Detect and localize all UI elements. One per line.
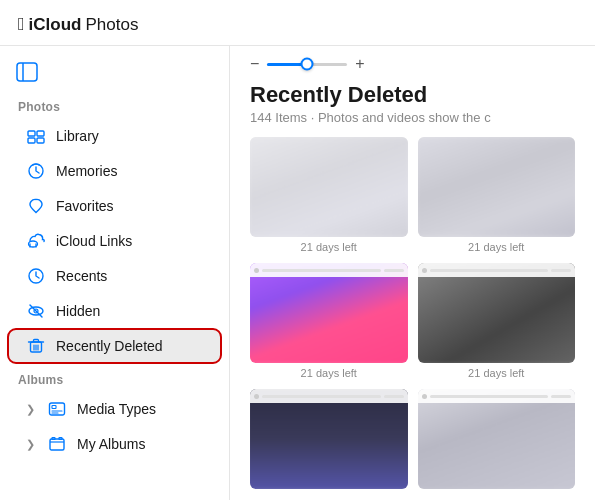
- photo-caption-2: 21 days left: [468, 241, 524, 253]
- my-albums-label: My Albums: [77, 436, 203, 452]
- favorites-icon: [26, 196, 46, 216]
- main-layout: Photos Library Memor: [0, 46, 595, 500]
- zoom-slider-thumb: [301, 58, 314, 71]
- hidden-icon: [26, 301, 46, 321]
- item-count: 144 Items: [250, 110, 307, 125]
- photo-cell-2[interactable]: 21 days left: [418, 137, 576, 253]
- sidebar-item-my-albums[interactable]: ❯ My Albums: [8, 427, 221, 461]
- photo-thumb-3: [250, 263, 408, 363]
- sidebar-item-recently-deleted[interactable]: Recently Deleted: [8, 329, 221, 363]
- photo-grid: 21 days left 21 days left 21: [230, 137, 595, 500]
- my-albums-icon: [47, 434, 67, 454]
- photo-caption-1: 21 days left: [301, 241, 357, 253]
- media-types-chevron: ❯: [26, 403, 35, 416]
- thumb-bar-5: [250, 389, 408, 403]
- photo-cell-5[interactable]: [250, 389, 408, 493]
- content-title: Recently Deleted: [230, 78, 595, 110]
- content-subtitle: 144 Items · Photos and videos show the c: [230, 110, 595, 137]
- sidebar-toggle-area[interactable]: [0, 58, 229, 96]
- subtitle-desc: Photos and videos show the c: [318, 110, 491, 125]
- app-header:  iCloud Photos: [0, 0, 595, 46]
- photo-thumb-5: [250, 389, 408, 489]
- sidebar-item-icloud-links[interactable]: iCloud Links: [8, 224, 221, 258]
- sidebar-item-hidden[interactable]: Hidden: [8, 294, 221, 328]
- icloud-links-icon: [26, 231, 46, 251]
- svg-rect-5: [37, 138, 44, 143]
- zoom-slider[interactable]: [267, 63, 347, 66]
- app-logo:  iCloud Photos: [18, 14, 138, 35]
- sidebar: Photos Library Memor: [0, 46, 230, 500]
- content-area: − + Recently Deleted 144 Items · Photos …: [230, 46, 595, 500]
- photo-cell-1[interactable]: 21 days left: [250, 137, 408, 253]
- photos-label: Photos: [85, 15, 138, 35]
- hidden-label: Hidden: [56, 303, 203, 319]
- recently-deleted-label: Recently Deleted: [56, 338, 203, 354]
- sidebar-item-favorites[interactable]: Favorites: [8, 189, 221, 223]
- media-types-icon: [47, 399, 67, 419]
- photo-thumb-4: [418, 263, 576, 363]
- photo-caption-3: 21 days left: [301, 367, 357, 379]
- photo-caption-4: 21 days left: [468, 367, 524, 379]
- thumb-bar-4: [418, 263, 576, 277]
- photo-cell-3[interactable]: 21 days left: [250, 263, 408, 379]
- svg-rect-3: [37, 131, 44, 136]
- photos-section-label: Photos: [0, 96, 229, 118]
- svg-rect-4: [28, 138, 35, 143]
- sidebar-item-media-types[interactable]: ❯ Media Types: [8, 392, 221, 426]
- zoom-plus-button[interactable]: +: [355, 56, 364, 72]
- svg-rect-0: [17, 63, 37, 81]
- memories-label: Memories: [56, 163, 203, 179]
- subtitle-separator: ·: [311, 110, 318, 125]
- library-label: Library: [56, 128, 203, 144]
- photo-thumb-1: [250, 137, 408, 237]
- svg-rect-2: [28, 131, 35, 136]
- favorites-label: Favorites: [56, 198, 203, 214]
- photo-cell-6[interactable]: [418, 389, 576, 493]
- media-types-label: Media Types: [77, 401, 203, 417]
- svg-rect-23: [50, 439, 64, 450]
- thumb-bar-3: [250, 263, 408, 277]
- zoom-control: − +: [230, 46, 595, 78]
- sidebar-toggle-icon[interactable]: [16, 62, 38, 82]
- recents-label: Recents: [56, 268, 203, 284]
- library-icon: [26, 126, 46, 146]
- svg-rect-20: [52, 406, 56, 409]
- sidebar-item-library[interactable]: Library: [8, 119, 221, 153]
- sidebar-item-recents[interactable]: Recents: [8, 259, 221, 293]
- photo-cell-4[interactable]: 21 days left: [418, 263, 576, 379]
- memories-icon: [26, 161, 46, 181]
- photo-thumb-2: [418, 137, 576, 237]
- apple-icon: : [18, 14, 25, 35]
- my-albums-chevron: ❯: [26, 438, 35, 451]
- icloud-label: iCloud: [29, 15, 82, 35]
- thumb-bar-6: [418, 389, 576, 403]
- icloud-links-label: iCloud Links: [56, 233, 203, 249]
- sidebar-item-memories[interactable]: Memories: [8, 154, 221, 188]
- recents-icon: [26, 266, 46, 286]
- albums-section-label: Albums: [0, 369, 229, 391]
- zoom-minus-button[interactable]: −: [250, 56, 259, 72]
- photo-thumb-6: [418, 389, 576, 489]
- trash-icon: [26, 336, 46, 356]
